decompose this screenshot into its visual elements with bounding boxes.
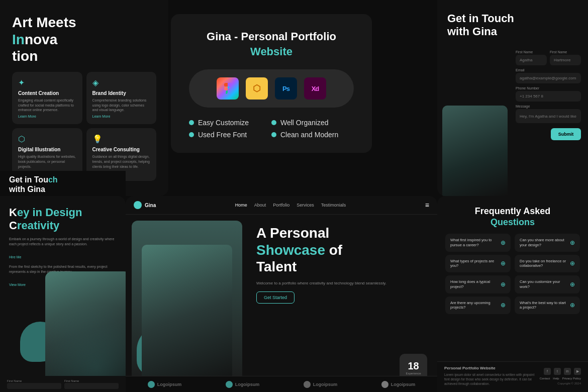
phone-label: Phone Number — [516, 86, 581, 90]
contact-heading-line2: with Gina — [447, 25, 497, 38]
footer-help[interactable]: Help — [553, 377, 559, 380]
nav-about[interactable]: About — [254, 203, 266, 208]
faq-question: What first inspired you to pursue a care… — [450, 238, 498, 248]
hire-me-link[interactable]: Hire Me — [9, 255, 22, 259]
logo-1: Logoipsum — [148, 381, 182, 388]
nav-services[interactable]: Services — [297, 203, 314, 208]
email-group: Email — [516, 68, 581, 83]
bottom-center-card: Gina Home About Portfolio Services Testi… — [126, 196, 437, 392]
footer-desc: Lorem ipsum dolor sit amet consectetur i… — [444, 372, 535, 386]
service-desc: Guidance on all things digital design, t… — [92, 154, 151, 169]
twitter-icon[interactable]: t — [554, 368, 561, 375]
logos-strip: Logoipsum Logoipsum Logoipsum Logoipsum — [126, 376, 437, 392]
message-group: Message — [516, 105, 581, 123]
design-person-image — [45, 271, 126, 392]
service-desc: High quality illustrations for websites,… — [18, 154, 76, 169]
last-name-input[interactable] — [550, 55, 581, 65]
facebook-icon[interactable]: f — [544, 368, 551, 375]
footer-about: Personal Portfolio Website Lorem ipsum d… — [444, 366, 535, 388]
service-desc: Engaging visual content specifically cra… — [18, 98, 76, 113]
instagram-icon[interactable]: in — [564, 368, 571, 375]
faq-expand-icon: ⊕ — [501, 281, 506, 288]
faq-question: Do you take on freelance or collaborativ… — [520, 259, 567, 269]
hero-text: A Personal Showcase of Talent Welcome to… — [248, 215, 437, 391]
faq-item-5[interactable]: Can you share more about your design? ⊕ — [515, 234, 580, 252]
feature-dot — [189, 132, 194, 137]
heading-accent: In — [12, 32, 25, 47]
logo-icon — [148, 381, 155, 388]
footer-title: Personal Portfolio Website — [444, 366, 535, 370]
bottom-left-card: Key in Design Creativity Embark on a jou… — [0, 196, 126, 392]
service-title: Brand Identity — [92, 90, 151, 96]
first-name-input[interactable] — [516, 55, 547, 65]
service-link[interactable]: Learn More — [92, 115, 151, 118]
heading-accent2: reativity — [17, 219, 59, 232]
logo-icon — [381, 381, 388, 388]
faq-heading-accent: Questions — [491, 217, 535, 227]
social-icons: f t in ▶ — [544, 368, 581, 375]
faq-col-right: Can you share more about your design? ⊕ … — [515, 234, 580, 314]
email-input[interactable] — [516, 73, 581, 83]
get-started-button[interactable]: Get Started — [256, 291, 295, 304]
adobe-xd-icon: Xd — [304, 77, 326, 100]
form-fields: First Name First Name Email Phone Number… — [516, 50, 581, 140]
contact-heading-line1: Get in Touch — [447, 12, 514, 25]
faq-expand-icon: ⊕ — [570, 260, 575, 267]
faq-heading: Frequently Asked Questions — [445, 206, 580, 228]
service-desc: Comprehensive branding solutions using l… — [92, 98, 151, 113]
heading-word3: tion — [12, 48, 38, 64]
nav-testimonials[interactable]: Testimonials — [321, 203, 346, 208]
faq-item-4[interactable]: Are there any upcoming projects? ⊕ — [445, 297, 511, 315]
phone-input[interactable] — [516, 91, 581, 102]
last-name-label: First Name — [550, 50, 581, 54]
person-silhouette — [142, 245, 232, 385]
logo-text: Gina — [145, 203, 156, 208]
faq-columns: What first inspired you to pursue a care… — [445, 234, 580, 314]
heading-word1: Art Meets — [12, 15, 76, 30]
faq-item-1[interactable]: What first inspired you to pursue a care… — [445, 234, 511, 252]
faq-expand-icon: ⊕ — [570, 239, 575, 246]
logo-3: Logoipsum — [304, 381, 338, 388]
hero-description: Welcome to a portfolio where creativity … — [256, 280, 429, 286]
faq-question: How long does a typical project? — [450, 279, 498, 289]
faq-item-8[interactable]: What's the best way to start a project? … — [515, 297, 580, 315]
youtube-icon[interactable]: ▶ — [574, 368, 581, 375]
top-center-card: Gina - Personal Portfolio Website ⬡ Ps X… — [171, 14, 372, 153]
feature-label: Used Free Font — [198, 131, 247, 139]
service-title: Creative Consulting — [92, 147, 151, 152]
feature-easy-customize: Easy Customize — [189, 119, 271, 127]
faq-question: Are there any upcoming projects? — [450, 301, 498, 311]
nav-logo: Gina — [134, 201, 156, 209]
hamburger-icon[interactable]: ≡ — [425, 201, 429, 209]
faq-question: Can you share more about your design? — [520, 238, 567, 248]
logo-2: Logoipsum — [226, 381, 260, 388]
services-grid: ✦ Content Creation Engaging visual conte… — [12, 72, 156, 181]
design-desc1: Embark on a journey through a world of d… — [9, 237, 117, 247]
nav-home[interactable]: Home — [235, 203, 247, 208]
logo-icon — [134, 201, 142, 209]
email-label: Email — [516, 68, 581, 72]
faq-item-2[interactable]: What types of projects are you? ⊕ — [445, 255, 511, 273]
faq-item-7[interactable]: Can you customize your work? ⊕ — [515, 275, 580, 293]
logo-text: Logoipsum — [235, 382, 260, 387]
faq-item-3[interactable]: How long does a typical project? ⊕ — [445, 275, 511, 293]
top-right-card: Get in Touch with Gina First Name First … — [437, 0, 588, 196]
footer-privacy[interactable]: Privacy Policy — [562, 377, 581, 380]
service-icon: ⬡ — [18, 134, 76, 144]
service-brand-identity: ◈ Brand Identity Comprehensive branding … — [86, 72, 157, 124]
submit-button[interactable]: Submit — [551, 128, 581, 140]
service-link[interactable]: Learn More — [18, 115, 76, 118]
message-input[interactable] — [516, 109, 581, 123]
footer-contact[interactable]: Contact — [540, 377, 550, 380]
faq-item-6[interactable]: Do you take on freelance or collaborativ… — [515, 255, 580, 273]
hero-person-image — [132, 221, 242, 385]
nav-portfolio[interactable]: Portfolio — [273, 203, 289, 208]
faq-question: What types of projects are you? — [450, 259, 498, 269]
design-heading: Key in Design Creativity — [9, 206, 117, 233]
footer-links: f t in ▶ Contact Help Privacy Policy Cop… — [540, 366, 581, 385]
feature-label: Clean and Modern — [280, 131, 338, 139]
heading-prefix: K — [9, 206, 17, 219]
message-label: Message — [516, 105, 581, 108]
view-more-link[interactable]: View More — [9, 283, 26, 286]
service-content-creation: ✦ Content Creation Engaging visual conte… — [12, 72, 82, 124]
